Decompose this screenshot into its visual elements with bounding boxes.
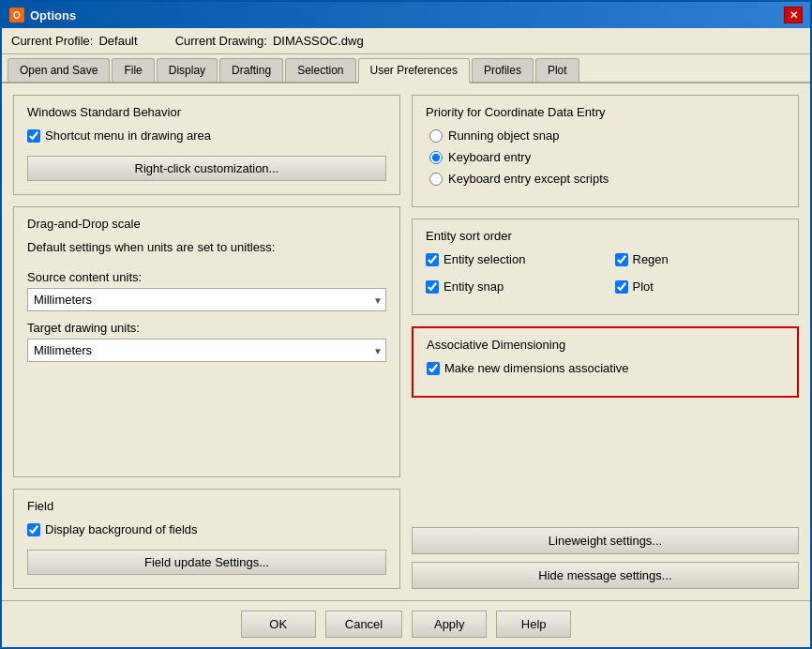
regen-row: Regen — [615, 252, 786, 266]
current-profile: Current Profile: Default — [11, 34, 138, 48]
shortcut-menu-row: Shortcut menu in drawing area — [27, 128, 386, 143]
tab-drafting[interactable]: Drafting — [219, 58, 283, 82]
field-title: Field — [27, 499, 386, 513]
target-units-label: Target drawing units: — [27, 321, 386, 335]
target-units-wrapper: Millimeters Inches Feet Centimeters Mete… — [27, 339, 386, 362]
plot-checkbox[interactable] — [615, 280, 628, 294]
hide-message-settings-button[interactable]: Hide message settings... — [412, 562, 799, 589]
windows-behavior-section: Windows Standard Behavior Shortcut menu … — [13, 95, 400, 195]
entity-selection-label: Entity selection — [444, 252, 525, 266]
associative-checkbox-row: Make new dimensions associative — [427, 361, 784, 375]
current-drawing-value: DIMASSOC.dwg — [273, 34, 364, 48]
shortcut-menu-checkbox[interactable] — [27, 129, 40, 143]
field-section: Field Display background of fields Field… — [13, 489, 400, 589]
entity-snap-label: Entity snap — [444, 279, 504, 294]
keyboard-entry-except-scripts-label: Keyboard entry except scripts — [448, 172, 609, 186]
associative-section: Associative Dimensioning Make new dimens… — [412, 326, 799, 398]
entity-sort-title: Entity sort order — [426, 229, 785, 243]
plot-row: Plot — [615, 279, 786, 294]
entity-snap-row: Entity snap — [426, 279, 596, 294]
apply-button[interactable]: Apply — [412, 611, 487, 638]
keyboard-entry-radio[interactable] — [429, 151, 443, 164]
associative-title: Associative Dimensioning — [427, 338, 784, 352]
drag-drop-title: Drag-and-Drop scale — [27, 217, 386, 231]
source-units-label: Source content units: — [27, 270, 386, 284]
tab-profiles[interactable]: Profiles — [472, 58, 534, 82]
options-window: O Options ✕ Current Profile: Default Cur… — [0, 0, 812, 649]
right-bottom-buttons: Lineweight settings... Hide message sett… — [412, 527, 799, 589]
shortcut-menu-label: Shortcut menu in drawing area — [45, 128, 211, 143]
plot-label: Plot — [633, 279, 654, 294]
display-bg-checkbox[interactable] — [27, 523, 40, 536]
app-icon-text: O — [13, 10, 21, 21]
left-panel: Windows Standard Behavior Shortcut menu … — [13, 95, 400, 589]
tab-user-preferences[interactable]: User Preferences — [358, 58, 470, 83]
keyboard-entry-except-scripts-radio[interactable] — [429, 173, 443, 186]
tabs-bar: Open and Save File Display Drafting Sele… — [2, 54, 810, 83]
display-bg-label: Display background of fields — [45, 522, 198, 536]
title-bar-left: O Options — [9, 8, 76, 23]
regen-label: Regen — [633, 252, 669, 266]
radio-running-object-snap: Running object snap — [426, 128, 785, 143]
current-drawing-label: Current Drawing: — [175, 34, 267, 48]
display-bg-row: Display background of fields — [27, 522, 386, 536]
target-units-select[interactable]: Millimeters Inches Feet Centimeters Mete… — [27, 339, 386, 362]
help-button[interactable]: Help — [496, 611, 571, 638]
close-button[interactable]: ✕ — [784, 7, 803, 23]
source-label-text: Source content units: — [27, 270, 142, 284]
regen-checkbox[interactable] — [615, 253, 628, 266]
entity-sort-grid: Entity selection Regen Entity snap Plot — [426, 252, 785, 301]
priority-section: Priority for Coordinate Data Entry Runni… — [412, 95, 799, 207]
field-update-settings-button[interactable]: Field update Settings... — [27, 550, 386, 575]
current-profile-value: Default — [98, 34, 137, 48]
tab-open-and-save[interactable]: Open and Save — [8, 58, 110, 82]
content-area: Windows Standard Behavior Shortcut menu … — [2, 83, 810, 600]
drag-drop-section: Drag-and-Drop scale Default settings whe… — [13, 206, 400, 477]
associative-checkbox[interactable] — [427, 362, 440, 375]
radio-keyboard-entry-except-scripts: Keyboard entry except scripts — [426, 172, 785, 186]
cancel-button[interactable]: Cancel — [325, 611, 402, 638]
source-units-select[interactable]: Millimeters Inches Feet Centimeters Mete… — [27, 288, 386, 311]
app-icon: O — [9, 8, 24, 23]
right-click-customization-button[interactable]: Right-click customization... — [27, 156, 386, 181]
priority-title: Priority for Coordinate Data Entry — [426, 105, 785, 119]
radio-keyboard-entry: Keyboard entry — [426, 150, 785, 164]
lineweight-settings-button[interactable]: Lineweight settings... — [412, 527, 799, 554]
drag-drop-subtitle: Default settings when units are set to u… — [27, 240, 386, 254]
entity-selection-row: Entity selection — [426, 252, 596, 266]
tab-selection[interactable]: Selection — [285, 58, 355, 82]
source-units-wrapper: Millimeters Inches Feet Centimeters Mete… — [27, 288, 386, 311]
tab-plot[interactable]: Plot — [535, 58, 579, 82]
tab-display[interactable]: Display — [157, 58, 218, 82]
tab-file[interactable]: File — [112, 58, 154, 82]
running-object-snap-label: Running object snap — [448, 128, 560, 143]
bottom-bar: OK Cancel Apply Help — [2, 600, 810, 647]
right-panel: Priority for Coordinate Data Entry Runni… — [412, 95, 799, 589]
entity-selection-checkbox[interactable] — [426, 253, 439, 266]
title-bar: O Options ✕ — [2, 2, 810, 28]
windows-behavior-title: Windows Standard Behavior — [27, 105, 386, 119]
current-drawing: Current Drawing: DIMASSOC.dwg — [175, 34, 364, 48]
entity-snap-checkbox[interactable] — [426, 280, 439, 294]
profile-bar: Current Profile: Default Current Drawing… — [2, 28, 810, 54]
associative-label: Make new dimensions associative — [444, 361, 629, 375]
window-title: Options — [30, 8, 76, 23]
running-object-snap-radio[interactable] — [429, 129, 443, 143]
entity-sort-section: Entity sort order Entity selection Regen… — [412, 219, 799, 315]
target-label-text: Target drawing units: — [27, 321, 140, 335]
keyboard-entry-label: Keyboard entry — [448, 150, 531, 164]
current-profile-label: Current Profile: — [11, 34, 93, 48]
ok-button[interactable]: OK — [241, 611, 316, 638]
